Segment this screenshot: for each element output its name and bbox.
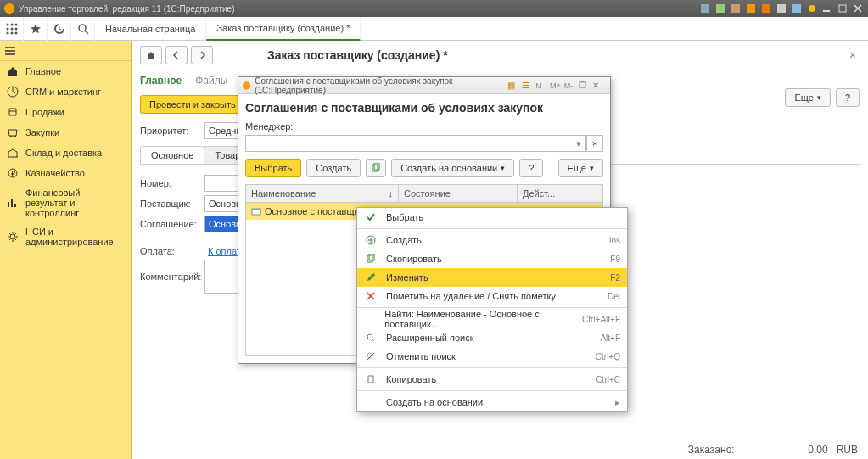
svg-point-12 [10,23,13,25]
dialog-m-icon[interactable]: M [535,81,550,90]
dialog-tool-icon[interactable]: ▦ [507,81,522,90]
manager-input[interactable] [245,135,586,152]
create-based-button[interactable]: Создать на основании [391,159,514,177]
post-close-button[interactable]: Провести и закрыть [140,95,245,114]
svg-rect-28 [372,165,378,171]
app-icon [242,81,251,91]
forward-button[interactable] [191,46,213,64]
dialog-tool-icon[interactable]: ☰ [522,81,536,90]
menu-shortcut: F2 [610,273,620,283]
subtab-main[interactable]: Главное [140,71,182,90]
more-button[interactable]: Еще [785,88,830,107]
menu-create[interactable]: СоздатьIns [357,231,627,249]
menu-find[interactable]: Найти: Наименование - Основное с поставщ… [357,310,627,328]
dropdown-icon[interactable]: ▾ [576,138,581,149]
comment-label: Комментарий: [140,271,199,282]
sidebar: Главное CRM и маркетинг Продажи Закупки … [0,41,132,459]
svg-point-14 [6,27,8,30]
menu-icon[interactable] [0,17,24,41]
search-icon[interactable] [71,17,95,41]
window-titlebar: Управление торговлей, редакция 11 (1С:Пр… [0,0,868,17]
menu-create-based[interactable]: Создать на основании▸ [357,393,627,411]
clear-button[interactable]: × [586,135,603,152]
help-button[interactable]: ? [519,159,543,177]
dialog-title: Соглашения с поставщиками об условиях за… [255,76,507,95]
menu-cancel-search[interactable]: Отменить поискCtrl+Q [357,347,627,366]
currency-label: RUB [837,444,858,456]
toolbar-icon[interactable] [805,3,819,14]
menu-copy[interactable]: СкопироватьF9 [357,249,627,268]
maximize-button[interactable] [836,3,849,14]
menu-label: Расширенный поиск [386,333,474,343]
menu-label: Скопировать [386,254,442,264]
hamburger-icon[interactable] [0,41,20,60]
svg-point-23 [14,136,16,137]
toolbar-icon[interactable] [744,3,758,14]
sidebar-label: CRM и маркетинг [25,87,101,97]
menu-edit[interactable]: ИзменитьF2 [357,268,627,287]
menu-adv-search[interactable]: Расширенный поискAlt+F [357,328,627,347]
menu-clipboard-copy[interactable]: КопироватьCtrl+C [357,370,627,389]
sidebar-item-warehouse[interactable]: Склад и доставка [0,143,131,163]
close-tab-button[interactable]: × [846,48,860,62]
toolbar-icon[interactable] [729,3,742,14]
svg-point-0 [4,3,14,14]
select-button[interactable]: Выбрать [245,159,301,177]
svg-rect-37 [368,376,373,383]
toolbar-icon[interactable] [698,3,712,14]
svg-rect-1 [701,4,709,13]
toolbar-icon[interactable] [790,3,804,14]
col-name[interactable]: Наименование↓ [246,185,399,202]
svg-point-19 [14,31,17,34]
col-state[interactable]: Состояние [399,185,518,202]
tab-home[interactable]: Начальная страница [95,17,206,41]
app-icon [3,3,15,14]
menu-label: Пометить на удаление / Снять пометку [386,291,556,301]
main-toolbar: Начальная страница Заказ поставщику (соз… [0,17,868,41]
tab-order[interactable]: Заказ поставщику (создание) * [206,17,361,41]
dialog-heading: Соглашения с поставщиками об условиях за… [245,101,603,115]
sidebar-label: Главное [25,66,61,76]
sidebar-item-finance[interactable]: Финансовый результат и контроллинг [0,183,131,222]
menu-shortcut: Alt+F [600,333,620,343]
col-valid[interactable]: Дейст... [518,185,602,202]
ordered-value: 0,00 [743,444,828,456]
payment-label: Оплата: [140,246,199,256]
menu-mark-delete[interactable]: Пометить на удаление / Снять пометкуDel [357,287,627,305]
sidebar-item-treasury[interactable]: ₽Казначейство [0,163,131,183]
help-button[interactable]: ? [836,88,860,107]
priority-label: Приоритет: [140,126,199,136]
toolbar-icon[interactable] [775,3,788,14]
svg-rect-10 [839,5,846,12]
page-title: Заказ поставщику (создание) * [267,48,448,62]
toolbar-icon[interactable] [759,3,773,14]
doctab-main[interactable]: Основное [140,146,204,164]
back-button[interactable] [165,46,188,64]
menu-label: Создать на основании [386,397,483,407]
menu-label: Изменить [386,272,428,283]
window-title: Управление торговлей, редакция 11 (1С:Пр… [19,4,235,14]
sidebar-item-purchases[interactable]: Закупки [0,122,131,143]
toolbar-icon[interactable] [714,3,727,14]
dialog-mminus-icon[interactable]: M- [564,81,579,90]
dialog-close-button[interactable]: ✕ [592,81,607,90]
minimize-button[interactable] [820,3,834,14]
svg-point-15 [10,27,13,30]
more-button[interactable]: Еще [558,159,603,177]
copy-button[interactable] [366,159,386,177]
menu-select[interactable]: Выбрать [357,208,627,227]
star-icon[interactable] [24,17,48,41]
dialog-restore-icon[interactable]: ❐ [579,81,593,90]
sidebar-item-nsi[interactable]: НСИ и администрирование [0,222,131,251]
history-icon[interactable] [48,17,71,41]
dialog-mplus-icon[interactable]: M+ [550,81,564,90]
sidebar-item-main[interactable]: Главное [0,61,131,81]
create-button[interactable]: Создать [306,159,361,177]
sidebar-item-crm[interactable]: CRM и маркетинг [0,81,131,102]
subtab-files[interactable]: Файлы [195,71,227,90]
home-button[interactable] [140,46,162,64]
svg-rect-34 [369,254,374,260]
svg-point-20 [79,25,86,31]
close-button[interactable] [851,3,865,14]
sidebar-item-sales[interactable]: Продажи [0,102,131,122]
